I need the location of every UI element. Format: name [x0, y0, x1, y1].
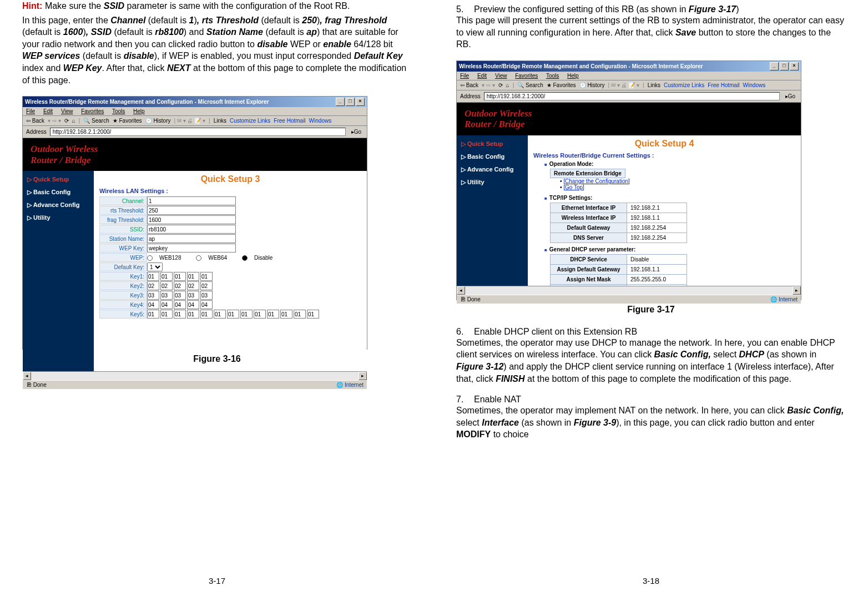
radio-web128[interactable]: WEB128: [147, 255, 188, 261]
select-default-key[interactable]: 1: [147, 262, 163, 271]
link-go-top[interactable]: [Go Top]: [563, 184, 584, 190]
key-input[interactable]: [160, 281, 173, 290]
key-input[interactable]: [227, 310, 239, 319]
favorites-button[interactable]: Favorites: [553, 82, 576, 88]
key-input[interactable]: [147, 310, 159, 319]
favorites-button[interactable]: Favorites: [119, 118, 142, 124]
toolbar[interactable]: ⇦ Back ▾ ⇨ ▾ ⟳⌂ | 🔍 Search ★ Favorites 🕘…: [457, 80, 801, 90]
nav-advance-config[interactable]: ▷ Advance Config: [457, 163, 528, 176]
link-hotmail[interactable]: Free Hotmail: [708, 82, 739, 88]
step-5: 5. Preview the configured setting of thi…: [456, 4, 846, 14]
link-change-config[interactable]: [Change the Configuration]: [563, 178, 630, 184]
back-button[interactable]: Back: [466, 82, 478, 88]
menu-edit[interactable]: Edit: [43, 108, 53, 114]
key-input[interactable]: [174, 272, 186, 281]
maximize-icon[interactable]: □: [780, 62, 789, 70]
close-icon[interactable]: ×: [790, 62, 799, 70]
history-button[interactable]: History: [153, 118, 170, 124]
link-customize[interactable]: Customize Links: [230, 118, 270, 124]
maximize-icon[interactable]: □: [346, 98, 355, 106]
key-input[interactable]: [160, 310, 173, 319]
key-input[interactable]: [254, 310, 266, 319]
table-row: Default Gateway192.168.2.254: [551, 223, 687, 233]
nav-basic-config[interactable]: ▷ Basic Config: [457, 150, 528, 163]
key-input[interactable]: [174, 300, 186, 309]
menu-favorites[interactable]: Favorites: [81, 108, 104, 114]
link-customize[interactable]: Customize Links: [664, 82, 704, 88]
menu-help[interactable]: Help: [567, 73, 579, 79]
menu-view[interactable]: View: [495, 73, 507, 79]
address-input[interactable]: [484, 92, 780, 100]
horizontal-scrollbar[interactable]: ◂▸: [457, 286, 801, 295]
key-input[interactable]: [160, 272, 173, 281]
menu-bar[interactable]: File Edit View Favorites Tools Help: [23, 107, 367, 116]
menu-help[interactable]: Help: [133, 108, 145, 114]
key-input[interactable]: [174, 281, 186, 290]
go-button[interactable]: ▸Go: [783, 93, 798, 99]
key-input[interactable]: [200, 281, 213, 290]
radio-web64[interactable]: WEB64: [196, 255, 234, 261]
input-station[interactable]: [147, 234, 236, 243]
input-ssid[interactable]: [147, 225, 236, 234]
input-rts[interactable]: [147, 206, 236, 215]
key-input[interactable]: [200, 300, 213, 309]
menu-tools[interactable]: Tools: [112, 108, 125, 114]
minimize-icon[interactable]: _: [770, 62, 779, 70]
menu-file[interactable]: File: [460, 73, 469, 79]
nav-quick-setup[interactable]: ▷ Quick Setup: [23, 173, 94, 186]
input-wepkey[interactable]: [147, 244, 236, 252]
key-input[interactable]: [240, 310, 253, 319]
menu-file[interactable]: File: [26, 108, 35, 114]
nav-quick-setup[interactable]: ▷ Quick Setup: [457, 138, 528, 150]
key-input[interactable]: [174, 291, 186, 300]
key-input[interactable]: [280, 310, 292, 319]
nav-utility[interactable]: ▷ Utility: [23, 211, 94, 224]
link-hotmail[interactable]: Free Hotmail: [274, 118, 305, 124]
key-input[interactable]: [200, 310, 213, 319]
horizontal-scrollbar[interactable]: ◂▸: [23, 371, 367, 380]
menu-tools[interactable]: Tools: [546, 73, 559, 79]
intro-paragraph: In this page, enter the Channel (default…: [22, 14, 412, 87]
key-input[interactable]: [147, 272, 159, 281]
nav-advance-config[interactable]: ▷ Advance Config: [23, 199, 94, 211]
radio-disable[interactable]: Disable: [242, 255, 279, 261]
key-input[interactable]: [214, 310, 226, 319]
input-frag[interactable]: [147, 215, 236, 224]
key-input[interactable]: [187, 281, 199, 290]
toolbar[interactable]: ⇦ Back ▾ ⇨ ▾ ⟳⌂ | 🔍 Search ★ Favorites 🕘…: [23, 116, 367, 126]
key-input[interactable]: [187, 291, 199, 300]
link-windows[interactable]: Windows: [309, 118, 332, 124]
menu-edit[interactable]: Edit: [477, 73, 487, 79]
table-value: Disable: [627, 254, 687, 264]
minimize-icon[interactable]: _: [336, 98, 345, 106]
link-windows[interactable]: Windows: [743, 82, 766, 88]
key-input[interactable]: [200, 291, 213, 300]
go-button[interactable]: ▸Go: [349, 129, 364, 135]
content-pane: Quick Setup 4 Wireless Router/Bridge Cur…: [528, 135, 801, 286]
key-input[interactable]: [160, 291, 173, 300]
key-input[interactable]: [267, 310, 279, 319]
key-input[interactable]: [174, 310, 186, 319]
address-input[interactable]: [50, 128, 346, 136]
key-input[interactable]: [187, 310, 199, 319]
search-button[interactable]: Search: [526, 82, 543, 88]
key-input[interactable]: [294, 310, 306, 319]
key-input[interactable]: [187, 300, 199, 309]
back-button[interactable]: Back: [32, 118, 44, 124]
input-channel[interactable]: [147, 196, 236, 205]
key-input[interactable]: [147, 291, 159, 300]
key-input[interactable]: [160, 300, 173, 309]
menu-favorites[interactable]: Favorites: [515, 73, 538, 79]
key-input[interactable]: [307, 310, 319, 319]
key-input[interactable]: [187, 272, 199, 281]
key-input[interactable]: [147, 300, 159, 309]
key-input[interactable]: [147, 281, 159, 290]
menu-view[interactable]: View: [61, 108, 73, 114]
menu-bar[interactable]: File Edit View Favorites Tools Help: [457, 72, 801, 80]
key-input[interactable]: [200, 272, 213, 281]
nav-utility[interactable]: ▷ Utility: [457, 176, 528, 189]
search-button[interactable]: Search: [92, 118, 109, 124]
nav-basic-config[interactable]: ▷ Basic Config: [23, 186, 94, 199]
history-button[interactable]: History: [587, 82, 604, 88]
close-icon[interactable]: ×: [356, 98, 365, 106]
